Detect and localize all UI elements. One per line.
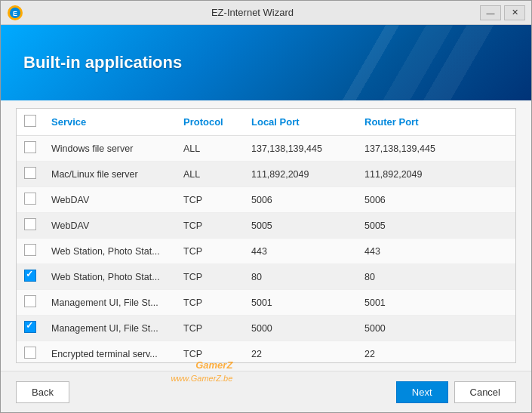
- row-router-port: 5001: [357, 290, 515, 316]
- row-service: Management UI, File St...: [44, 316, 176, 341]
- footer-right-buttons: Next Cancel: [396, 381, 516, 403]
- cancel-button[interactable]: Cancel: [454, 381, 516, 403]
- table-body: Windows file serverALL137,138,139,445137…: [17, 136, 515, 364]
- row-router-port: 22: [357, 341, 515, 364]
- svg-text:E: E: [13, 10, 17, 17]
- row-checkbox[interactable]: [24, 295, 36, 307]
- table-row: Web Station, Photo Stat...TCP443443: [17, 239, 515, 264]
- row-service: WebDAV: [44, 213, 176, 239]
- select-all-header[interactable]: [17, 109, 44, 136]
- header-title: Built-in applications: [23, 53, 182, 72]
- table-row: Encrypted terminal serv...TCP2222: [17, 341, 515, 364]
- row-checkbox-cell[interactable]: [17, 187, 44, 213]
- table-row: WebDAVTCP50065006: [17, 187, 515, 213]
- services-table-container: Service Protocol Local Port Router Port …: [16, 108, 516, 363]
- row-checkbox[interactable]: [24, 193, 36, 205]
- row-protocol: TCP: [176, 213, 244, 239]
- table-row: Management UI, File St...TCP50005000: [17, 316, 515, 341]
- row-local-port: 5000: [244, 316, 357, 341]
- row-service: Encrypted terminal serv...: [44, 341, 176, 364]
- row-service: Web Station, Photo Stat...: [44, 264, 176, 290]
- row-checkbox[interactable]: [24, 270, 36, 282]
- table-row: Web Station, Photo Stat...TCP8080: [17, 264, 515, 290]
- row-protocol: TCP: [176, 264, 244, 290]
- row-local-port: 111,892,2049: [244, 162, 357, 187]
- row-local-port: 22: [244, 341, 357, 364]
- row-protocol: TCP: [176, 316, 244, 341]
- row-router-port: 80: [357, 264, 515, 290]
- app-icon: E: [7, 4, 25, 22]
- content-area: Service Protocol Local Port Router Port …: [1, 100, 531, 371]
- protocol-column-header: Protocol: [176, 109, 244, 136]
- row-checkbox-cell[interactable]: [17, 341, 44, 364]
- row-checkbox[interactable]: [24, 141, 36, 153]
- table-header-row: Service Protocol Local Port Router Port: [17, 109, 515, 136]
- row-protocol: TCP: [176, 187, 244, 213]
- table-row: Windows file serverALL137,138,139,445137…: [17, 136, 515, 162]
- row-local-port: 5006: [244, 187, 357, 213]
- row-checkbox[interactable]: [24, 218, 36, 230]
- row-router-port: 5000: [357, 316, 515, 341]
- row-service: Web Station, Photo Stat...: [44, 239, 176, 264]
- row-checkbox-cell[interactable]: [17, 290, 44, 316]
- row-service: Windows file server: [44, 136, 176, 162]
- row-router-port: 111,892,2049: [357, 162, 515, 187]
- row-checkbox-cell[interactable]: [17, 316, 44, 341]
- table-row: WebDAVTCP50055005: [17, 213, 515, 239]
- table-row: Management UI, File St...TCP50015001: [17, 290, 515, 316]
- row-checkbox[interactable]: [24, 167, 36, 179]
- next-button[interactable]: Next: [396, 381, 448, 403]
- minimize-button[interactable]: —: [480, 5, 501, 20]
- row-checkbox-cell[interactable]: [17, 239, 44, 264]
- row-router-port: 137,138,139,445: [357, 136, 515, 162]
- row-protocol: TCP: [176, 290, 244, 316]
- row-checkbox-cell[interactable]: [17, 213, 44, 239]
- row-local-port: 5001: [244, 290, 357, 316]
- row-router-port: 5005: [357, 213, 515, 239]
- row-local-port: 137,138,139,445: [244, 136, 357, 162]
- row-checkbox-cell[interactable]: [17, 136, 44, 162]
- title-bar: E EZ-Internet Wizard — ✕: [1, 1, 531, 25]
- row-service: WebDAV: [44, 187, 176, 213]
- window-controls: — ✕: [480, 5, 525, 20]
- row-checkbox[interactable]: [24, 347, 36, 359]
- window-title: EZ-Internet Wizard: [25, 7, 480, 18]
- row-checkbox-cell[interactable]: [17, 264, 44, 290]
- row-checkbox[interactable]: [24, 244, 36, 256]
- row-service: Management UI, File St...: [44, 290, 176, 316]
- footer: Back GamerZ www.GamerZ.be Next Cancel: [1, 371, 531, 412]
- select-all-checkbox[interactable]: [24, 115, 36, 127]
- router-port-column-header: Router Port: [357, 109, 515, 136]
- row-local-port: 5005: [244, 213, 357, 239]
- row-checkbox[interactable]: [24, 321, 36, 333]
- back-button[interactable]: Back: [16, 381, 69, 403]
- header-banner: Built-in applications: [1, 25, 531, 100]
- row-protocol: TCP: [176, 239, 244, 264]
- close-button[interactable]: ✕: [504, 5, 525, 20]
- row-local-port: 80: [244, 264, 357, 290]
- local-port-column-header: Local Port: [244, 109, 357, 136]
- watermark-url: www.GamerZ.be: [171, 374, 232, 383]
- watermark-gamerz: GamerZ: [195, 359, 232, 371]
- services-table: Service Protocol Local Port Router Port …: [17, 109, 515, 363]
- row-checkbox-cell[interactable]: [17, 162, 44, 187]
- row-local-port: 443: [244, 239, 357, 264]
- window: E EZ-Internet Wizard — ✕ Built-in applic…: [0, 0, 532, 413]
- row-service: Mac/Linux file server: [44, 162, 176, 187]
- row-protocol: ALL: [176, 162, 244, 187]
- table-row: Mac/Linux file serverALL111,892,2049111,…: [17, 162, 515, 187]
- service-column-header: Service: [44, 109, 176, 136]
- row-router-port: 443: [357, 239, 515, 264]
- row-protocol: ALL: [176, 136, 244, 162]
- row-router-port: 5006: [357, 187, 515, 213]
